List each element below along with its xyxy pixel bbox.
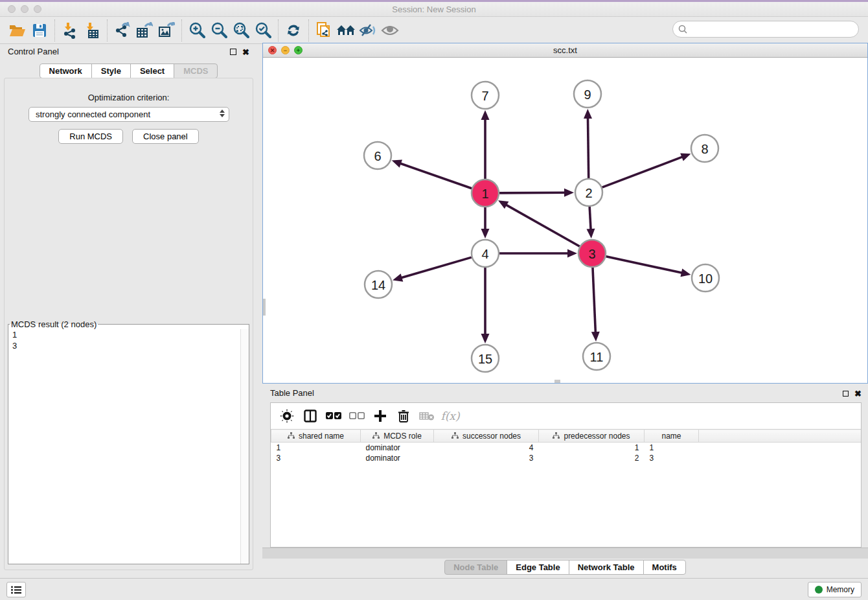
tab-node-table[interactable]: Node Table bbox=[444, 560, 507, 575]
refresh-button[interactable] bbox=[282, 20, 304, 41]
close-panel-icon[interactable]: ✖ bbox=[242, 47, 249, 57]
delete-column-button[interactable] bbox=[394, 406, 413, 426]
table-cell[interactable]: 3 bbox=[271, 453, 361, 463]
mcds-result-list[interactable]: 13 bbox=[8, 329, 249, 564]
clone-network-button[interactable] bbox=[313, 20, 335, 41]
graph-node-label: 9 bbox=[584, 87, 591, 102]
column-header-successor-nodes[interactable]: successor nodes bbox=[434, 430, 539, 443]
toolbar-separator bbox=[308, 19, 309, 41]
table-settings-button[interactable] bbox=[277, 406, 297, 426]
tab-mcds[interactable]: MCDS bbox=[174, 63, 218, 78]
control-panel-title: Control Panel bbox=[8, 47, 59, 56]
memory-button[interactable]: Memory bbox=[808, 582, 862, 597]
node-table: shared name MCDS role successor nodes pr… bbox=[271, 429, 861, 463]
import-network-icon bbox=[62, 22, 78, 39]
run-mcds-button[interactable]: Run MCDS bbox=[58, 129, 123, 144]
eye-icon bbox=[381, 24, 399, 37]
graph-edge[interactable] bbox=[602, 156, 684, 187]
show-all-button[interactable] bbox=[379, 20, 401, 41]
zoom-fit-icon bbox=[233, 22, 249, 39]
table-cell[interactable]: 2 bbox=[539, 453, 645, 463]
graph-node-label: 7 bbox=[481, 89, 488, 103]
tab-select[interactable]: Select bbox=[130, 63, 174, 78]
graph-edge[interactable] bbox=[593, 268, 595, 334]
table-cell[interactable]: 4 bbox=[434, 443, 539, 453]
graph-edge-arrowhead bbox=[393, 273, 403, 281]
column-header-shared-name[interactable]: shared name bbox=[271, 430, 361, 443]
zoom-fit-button[interactable] bbox=[230, 20, 252, 41]
attribute-icon bbox=[372, 432, 380, 439]
network-graph[interactable]: 7968124314101511 bbox=[263, 58, 867, 383]
save-session-button[interactable] bbox=[29, 20, 51, 41]
search-field[interactable] bbox=[672, 21, 859, 38]
network-canvas[interactable]: 7968124314101511 bbox=[263, 58, 867, 383]
hide-unhide-button[interactable] bbox=[357, 20, 379, 41]
table-cell[interactable]: 1 bbox=[645, 443, 699, 453]
zoom-selected-button[interactable] bbox=[252, 20, 274, 41]
result-scrollbar[interactable] bbox=[240, 329, 249, 564]
tab-style[interactable]: Style bbox=[91, 63, 131, 78]
tab-motifs[interactable]: Motifs bbox=[643, 560, 686, 575]
table-close-icon[interactable]: ✖ bbox=[854, 389, 862, 398]
deselect-all-button[interactable] bbox=[347, 406, 367, 426]
open-session-button[interactable] bbox=[6, 20, 29, 41]
table-float-icon[interactable] bbox=[843, 389, 849, 398]
canvas-scroll-thumb[interactable] bbox=[263, 299, 266, 316]
tab-network[interactable]: Network bbox=[40, 63, 92, 78]
network-window-titlebar[interactable]: ✕ − + scc.txt bbox=[263, 43, 867, 58]
export-network-button[interactable] bbox=[111, 20, 133, 41]
search-input[interactable] bbox=[691, 25, 858, 34]
export-network-icon bbox=[114, 22, 131, 39]
column-view-button[interactable] bbox=[301, 406, 320, 426]
canvas-scroll-handle[interactable] bbox=[554, 380, 560, 383]
graph-node-label: 6 bbox=[374, 149, 381, 163]
table-cell[interactable]: 1 bbox=[539, 443, 645, 453]
zoom-out-icon bbox=[211, 22, 227, 39]
network-window-title: scc.txt bbox=[263, 45, 867, 55]
import-table-button[interactable] bbox=[81, 20, 103, 41]
mcds-result-item[interactable]: 1 bbox=[8, 329, 249, 340]
float-panel-icon[interactable] bbox=[230, 47, 236, 57]
attribute-icon bbox=[553, 432, 560, 439]
home-icon bbox=[336, 23, 356, 38]
export-table-button[interactable] bbox=[133, 20, 155, 41]
table-row[interactable]: 3dominator323 bbox=[271, 453, 862, 463]
table-cell[interactable]: 3 bbox=[645, 453, 699, 463]
table-cell[interactable]: dominator bbox=[361, 453, 434, 463]
graph-edge[interactable] bbox=[588, 117, 588, 178]
import-network-button[interactable] bbox=[59, 20, 81, 41]
delete-table-button[interactable] bbox=[417, 406, 437, 426]
graph-edge[interactable] bbox=[606, 257, 683, 273]
tab-edge-table[interactable]: Edge Table bbox=[507, 560, 569, 575]
table-cell[interactable]: dominator bbox=[361, 443, 434, 453]
task-history-button[interactable] bbox=[6, 582, 26, 597]
table-cell[interactable]: 3 bbox=[434, 453, 539, 463]
table-cell[interactable]: 1 bbox=[271, 443, 361, 453]
zoom-out-button[interactable] bbox=[208, 20, 230, 41]
close-panel-button[interactable]: Close panel bbox=[132, 129, 199, 144]
table-panel: Table Panel ✖ bbox=[262, 386, 868, 575]
zoom-in-button[interactable] bbox=[186, 20, 208, 41]
graph-edge-arrowhead bbox=[481, 334, 490, 343]
graph-edge[interactable] bbox=[399, 163, 472, 189]
home-button[interactable] bbox=[335, 20, 357, 41]
zoom-selected-icon bbox=[255, 22, 271, 39]
control-panel: Control Panel ✖ Network Style Select MCD… bbox=[0, 44, 257, 575]
window-title: Session: New Session bbox=[0, 5, 868, 14]
export-image-button[interactable] bbox=[155, 20, 177, 41]
graph-edge[interactable] bbox=[499, 192, 566, 193]
graph-edge[interactable] bbox=[589, 207, 591, 231]
select-all-button[interactable] bbox=[324, 406, 343, 426]
criterion-select[interactable]: strongly connected component bbox=[29, 107, 229, 122]
table-row[interactable]: 1dominator411 bbox=[271, 443, 862, 453]
graph-edge[interactable] bbox=[505, 204, 579, 246]
column-header-predecessor-nodes[interactable]: predecessor nodes bbox=[539, 430, 645, 443]
tab-network-table[interactable]: Network Table bbox=[569, 560, 644, 575]
graph-edge[interactable] bbox=[400, 257, 472, 278]
mcds-result-item[interactable]: 3 bbox=[8, 340, 249, 351]
function-builder-button[interactable]: f(x) bbox=[440, 406, 460, 426]
column-header-mcds-role[interactable]: MCDS role bbox=[361, 430, 434, 443]
add-column-button[interactable] bbox=[371, 406, 390, 426]
column-header-name[interactable]: name bbox=[645, 430, 699, 443]
network-view-window: ✕ − + scc.txt 7968124314101511 bbox=[262, 43, 868, 384]
